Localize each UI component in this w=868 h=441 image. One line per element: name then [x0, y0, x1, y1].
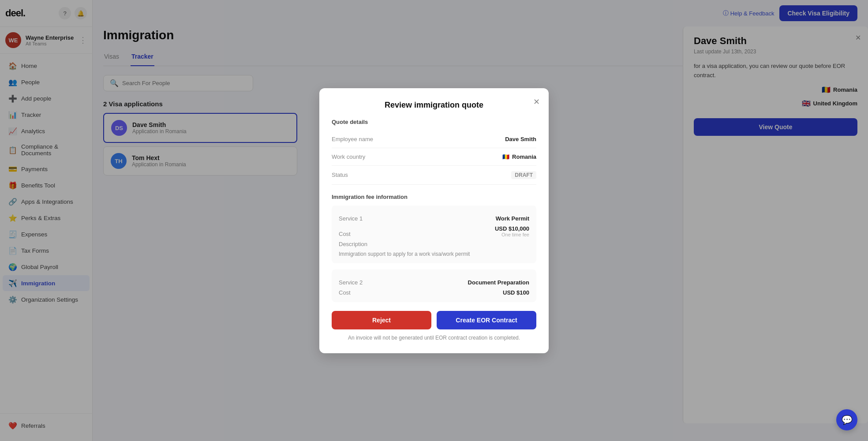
service1-desc: Immigration support to apply for a work … [339, 251, 529, 257]
service1-desc-row: Description [339, 241, 529, 247]
fee-info-label: Immigration fee information [332, 194, 536, 200]
modal-overlay: ✕ Review immigration quote Quote details… [0, 0, 868, 441]
modal-title: Review immigration quote [332, 101, 536, 110]
service1-cost-right: USD $10,000 One time fee [495, 225, 529, 237]
create-eor-button[interactable]: Create EOR Contract [437, 311, 536, 329]
service2-cost-right: USD $100 [503, 289, 529, 296]
employee-row: Employee name Dave Smith [332, 131, 536, 148]
status-row: Status DRAFT [332, 166, 536, 185]
modal-romania-flag: 🇷🇴 [502, 153, 509, 160]
service2-cost-row: Cost USD $100 [339, 289, 529, 296]
work-country-row: Work country 🇷🇴 Romania [332, 148, 536, 166]
service2-row: Service 2 Document Preparation [339, 279, 529, 286]
modal-footer-note: An invoice will not be generated until E… [332, 335, 536, 341]
service1-section: Service 1 Work Permit Cost USD $10,000 O… [332, 206, 536, 263]
modal-buttons: Reject Create EOR Contract [332, 311, 536, 329]
status-badge: DRAFT [511, 171, 536, 179]
service1-row: Service 1 Work Permit [339, 215, 529, 222]
reject-button[interactable]: Reject [332, 311, 431, 329]
modal: ✕ Review immigration quote Quote details… [319, 88, 549, 353]
service1-cost-row: Cost USD $10,000 One time fee [339, 225, 529, 237]
service2-section: Service 2 Document Preparation Cost USD … [332, 269, 536, 302]
quote-details-label: Quote details [332, 119, 536, 125]
modal-close-icon[interactable]: ✕ [533, 97, 540, 107]
chat-bubble[interactable]: 💬 [836, 409, 857, 430]
